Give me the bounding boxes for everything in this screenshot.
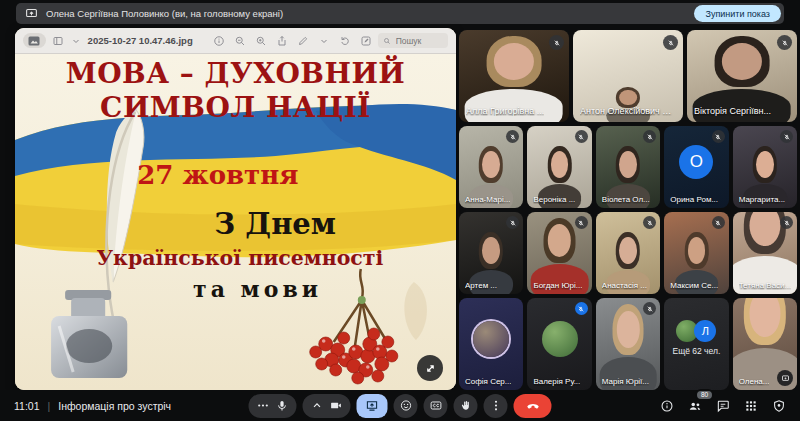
participant-tile[interactable]: Маргарита... [733,126,797,208]
mic-control[interactable] [249,394,297,418]
end-call-icon [525,398,540,413]
participant-tile[interactable]: Валерія Ру... [527,298,591,390]
chevron-up-icon [311,399,324,412]
mic-muted-icon [646,305,654,313]
participant-tile[interactable]: Антон Олексійович Анохі... [573,30,683,122]
participants-row: Софія Сер...Валерія Ру...Марія Юрії...ЛЕ… [459,298,797,390]
search-input[interactable] [394,35,443,47]
presenting-banner: Олена Сергіївна Половинко (ви, на головн… [16,3,784,24]
shared-preview-window[interactable]: 2025-10-27 10.47.46.jpg [15,28,456,390]
chat-icon [716,399,730,413]
filename: 2025-10-27 10.47.46.jpg [88,35,193,46]
mic-muted-icon [714,219,722,227]
slide-title-line2: СИМВОЛ НАЦІЇ [100,91,371,124]
participant-name: Богдан Юрі... [533,281,582,290]
participant-tile[interactable]: Анастасія ... [596,212,660,294]
mic-muted-icon [783,219,791,227]
clock: 11:01 [14,400,40,412]
mic-muted-badge [777,35,792,50]
participant-tile[interactable]: Максим Се... [664,212,728,294]
chevron-down-icon[interactable] [318,35,330,47]
participant-name: Вікторія Сергіївн... [694,106,771,116]
preview-toolbar-actions [213,35,372,47]
shared-slide: МОВА – ДУХОВНИЙ СИМВОЛ НАЦІЇ 27 жовтня З… [15,54,456,390]
activities-icon [744,399,758,413]
slide-greeting-line3: та мови [125,276,390,302]
mic-muted-badge [575,130,588,143]
zoom-out-icon[interactable] [234,35,246,47]
participant-tile[interactable]: Алла Григорівна ... [459,30,569,122]
participants-row: Артем ...Богдан Юрі...Анастасія ...Макси… [459,212,797,294]
camera-control[interactable] [303,394,351,418]
participant-tile[interactable]: Богдан Юрі... [527,212,591,294]
reactions-icon [399,399,412,412]
host-controls-button[interactable] [772,399,786,413]
meeting-info-label[interactable]: Інформація про зустріч [58,400,171,412]
panel-controls: 80 [660,399,786,413]
participant-count-badge: 80 [695,389,714,402]
sidebar-toggle-icon[interactable] [52,35,64,47]
avatar: О [679,145,713,179]
presenting-icon [781,374,790,383]
end-call-button[interactable] [514,394,552,418]
share-icon[interactable] [276,35,288,47]
mic-muted-icon [577,305,585,313]
participant-tile[interactable]: Артем ... [459,212,523,294]
info-button[interactable] [660,399,674,413]
mic-muted-badge [506,216,519,229]
participant-name: Валерія Ру... [533,377,580,386]
participant-tile[interactable]: Анна-Марі... [459,126,523,208]
mic-muted-icon [646,133,654,141]
mic-muted-badge [643,130,656,143]
markup-pencil-icon[interactable] [297,35,309,47]
slide-title-line1: МОВА – ДУХОВНИЙ [66,57,406,90]
activities-button[interactable] [744,399,758,413]
image-thumbnail-icon[interactable] [23,33,46,48]
captions-button[interactable] [424,394,448,418]
raise-hand-button[interactable] [454,394,478,418]
participant-tile[interactable]: Олена... [733,298,797,390]
info-icon[interactable] [213,35,225,47]
reactions-button[interactable] [394,394,418,418]
present-screen-button[interactable] [357,394,388,418]
mic-muted-icon [509,133,517,141]
mic-muted-badge [549,35,564,50]
mic-muted-badge [575,302,588,315]
search-field[interactable] [378,33,448,48]
slide-title: МОВА – ДУХОВНИЙ СИМВОЛ НАЦІЇ [15,57,456,125]
mic-muted-badge [780,130,793,143]
markup-toolbar-icon[interactable] [360,35,372,47]
participant-tile[interactable]: Тетяна Васи... [733,212,797,294]
host-controls-icon [772,399,786,413]
participants-button[interactable]: 80 [688,399,702,413]
participant-name: Анна-Марі... [465,195,510,204]
chat-button[interactable] [716,399,730,413]
participant-tile[interactable]: ООрина Ром... [664,126,728,208]
stop-presenting-button[interactable]: Зупинити показ [694,5,781,22]
participant-name: Вероніка ... [533,195,575,204]
zoom-in-icon[interactable] [255,35,267,47]
participant-name: Орина Ром... [670,195,718,204]
participants-row: Алла Григорівна ...Антон Олексійович Ано… [459,30,797,122]
divider: | [48,400,51,412]
mic-muted-badge [712,216,725,229]
rotate-icon[interactable] [339,35,351,47]
overflow-avatars: Л [676,320,716,342]
more-options-button[interactable] [484,394,508,418]
mic-muted-icon [553,39,561,47]
participant-tile[interactable]: Марія Юрії... [596,298,660,390]
participant-tile[interactable]: Віолета Ол... [596,126,660,208]
participant-name: Олена... [739,377,770,386]
participant-tile[interactable]: Вероніка ... [527,126,591,208]
avatar: Л [694,320,716,342]
participant-tile[interactable]: Софія Сер... [459,298,523,390]
more-participants-label: Ещё 62 чел. [664,346,728,356]
participant-tile[interactable]: Вікторія Сергіївн... [687,30,797,122]
participant-name: Артем ... [465,281,497,290]
mic-muted-icon [781,39,789,47]
chevron-down-icon[interactable] [70,35,82,47]
screen-share-icon [25,7,38,20]
expand-tile-button[interactable] [417,355,443,381]
slide-greeting-line1: З Днем [165,207,386,241]
participant-tile[interactable]: ЛЕщё 62 чел. [664,298,728,390]
